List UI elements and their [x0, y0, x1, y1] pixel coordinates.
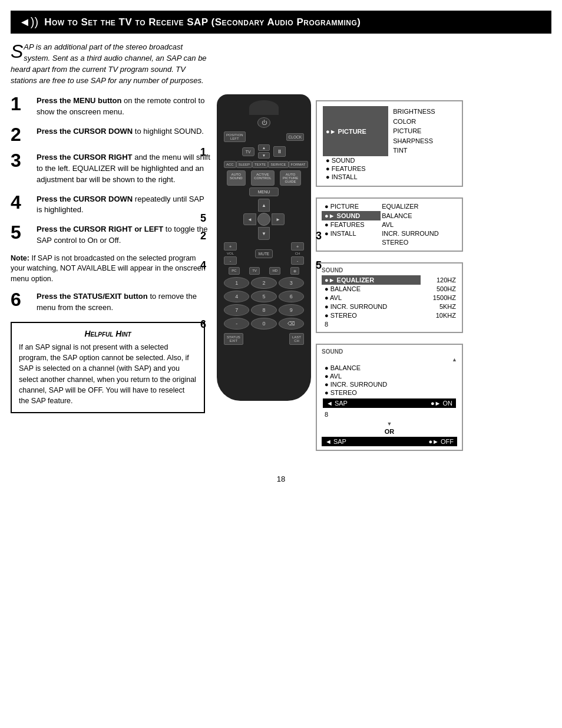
step-2-text: Press the CURSOR DOWN to highlight SOUND… [37, 125, 204, 137]
mute-button[interactable]: MUTE [255, 249, 273, 258]
step-5-number: 5 [11, 223, 32, 242]
num-back[interactable]: ⌫ [279, 318, 304, 330]
pc-button[interactable]: PC [229, 267, 239, 275]
tv2-button[interactable]: TV [249, 267, 260, 275]
num-6[interactable]: 6 [279, 291, 304, 302]
ch-down[interactable]: - [291, 256, 304, 265]
hint-text: If an SAP signal is not present with a s… [19, 342, 197, 406]
acc-button[interactable]: ACC [224, 161, 236, 168]
dpad-left[interactable]: ◄ [243, 213, 256, 225]
right-column: 1 2 3 4 5 5 6 ⏻ POSI [217, 94, 551, 457]
aux-button[interactable]: ⊕ [290, 267, 299, 275]
status-exit-button[interactable]: STATUSEXIT [224, 333, 243, 345]
service-button[interactable]: SERVICE [268, 161, 288, 168]
menu-panel-1: ●► PICTURE BRIGHTNESSCOLORPICTURESHARPNE… [316, 100, 463, 187]
remote-label-3: 3 [316, 230, 322, 242]
remote-label-5b: 5 [316, 259, 322, 272]
ch-block-row: TV ▲ ▼ ⏸ [224, 144, 304, 159]
sap-off-row: ◄ SAP ●► OFF [322, 437, 457, 446]
remote-label-5a: 5 [200, 212, 206, 225]
format-button[interactable]: FORMAT [289, 161, 308, 168]
menu-panel-2: ● PICTURE EQUALIZER ●► SOUND BALANCE ● F… [316, 197, 463, 252]
last-button[interactable]: LASTCH [289, 333, 304, 345]
num-3[interactable]: 3 [279, 277, 304, 289]
num-2[interactable]: 2 [251, 277, 276, 289]
note-block: Note: If SAP is not broadcasted on the s… [11, 253, 211, 285]
step-4-text: Press the CURSOR DOWN repeatedly until S… [37, 193, 211, 216]
intro-paragraph: SAP is an additional part of the stereo … [11, 42, 211, 86]
page-number: 18 [0, 475, 562, 483]
position-button[interactable]: POSITIONLEFT [224, 131, 246, 142]
numpad: 1 2 3 4 5 6 7 8 9 - 0 ⌫ [224, 277, 304, 330]
vol-col: + VOL - [224, 242, 237, 265]
clock-button[interactable]: CLOCK [286, 133, 304, 141]
sound-menu-title: SOUND [322, 267, 457, 274]
dpad-center[interactable] [257, 213, 270, 226]
left-column: 1 Press the MENU button on the remote co… [11, 94, 211, 457]
vol-down[interactable]: - [224, 256, 237, 265]
vol-up[interactable]: + [224, 242, 237, 251]
or-label: OR [322, 428, 457, 435]
step-2: 2 Press the CURSOR DOWN to highlight SOU… [11, 125, 211, 144]
step-3-number: 3 [11, 151, 32, 170]
drop-cap: S [11, 42, 23, 61]
remote-label-4: 4 [200, 259, 206, 272]
ch-up[interactable]: + [291, 242, 304, 251]
step-4-number: 4 [11, 193, 32, 212]
step-5-text: Press the CURSOR RIGHT or LEFT to toggle… [37, 223, 211, 246]
two-column-layout: 1 Press the MENU button on the remote co… [11, 94, 551, 457]
hint-title: Helpful Hint [19, 329, 197, 338]
auto-active-row: AUTOSOUND ACTIVECONTROL AUTOPICTUREGUIDE [224, 170, 304, 186]
num-5[interactable]: 5 [251, 291, 276, 302]
tv-button[interactable]: TV [242, 147, 254, 156]
sap-on-value: ●► ON [431, 400, 452, 407]
sap-off-label: ◄ SAP [325, 438, 346, 445]
remote-top-curve [249, 100, 279, 115]
step-6-number: 6 [11, 290, 32, 309]
page-title: How to Set the TV to Receive SAP (Second… [44, 17, 361, 28]
step-3-text: Press the CURSOR RIGHT and the menu will… [37, 151, 211, 186]
num-9[interactable]: 9 [279, 304, 304, 316]
menu-button[interactable]: MENU [249, 187, 279, 196]
vol-mute-ch-row: + VOL - MUTE + CH - [224, 242, 304, 265]
num-7[interactable]: 7 [224, 304, 249, 316]
dpad-up[interactable]: ▲ [258, 199, 270, 212]
status-exit-row: STATUSEXIT LASTCH [224, 333, 304, 345]
num-dash[interactable]: - [224, 318, 249, 330]
texte-button[interactable]: TEXTE [252, 161, 268, 168]
dpad-right[interactable]: ► [272, 213, 285, 225]
remote-body: ⏻ POSITIONLEFT CLOCK TV ▲ ▼ [217, 94, 311, 401]
main-content: SAP is an additional part of the stereo … [11, 42, 551, 457]
num-1[interactable]: 1 [224, 277, 249, 289]
step-6-text: Press the STATUS/EXIT button to remove t… [37, 290, 211, 314]
num-0[interactable]: 0 [251, 318, 276, 330]
num-8[interactable]: 8 [251, 304, 276, 316]
remote-label-6: 6 [200, 318, 206, 331]
sleep-button[interactable]: SLEEP [236, 161, 252, 168]
remote-label-2: 2 [200, 230, 206, 242]
pause-button[interactable]: ⏸ [273, 146, 286, 157]
step-6: 6 Press the STATUS/EXIT button to remove… [11, 290, 211, 314]
dpad-down[interactable]: ▼ [258, 227, 270, 240]
ch-down-btn[interactable]: ▼ [258, 152, 270, 159]
active-control-button[interactable]: ACTIVECONTROL [251, 170, 274, 186]
step-1-number: 1 [11, 94, 32, 113]
sap-off-value: ●► OFF [428, 438, 454, 445]
power-button[interactable]: ⏻ [257, 117, 270, 128]
remote-label-1: 1 [200, 146, 206, 159]
hd-button[interactable]: HD [269, 267, 280, 275]
audio-icon: ◄)) [19, 15, 38, 29]
acc-format-row: ACC SLEEP TEXTE SERVICE FORMAT [224, 161, 304, 168]
auto-sound-button[interactable]: AUTOSOUND [227, 170, 246, 186]
num-4[interactable]: 4 [224, 291, 249, 302]
step-1: 1 Press the MENU button on the remote co… [11, 94, 211, 118]
ch-up-btn[interactable]: ▲ [258, 144, 270, 151]
dpad: ▲ ▼ ◄ ► [243, 199, 285, 240]
remote-control-area: 1 2 3 4 5 5 6 ⏻ POSI [217, 94, 311, 457]
step-4: 4 Press the CURSOR DOWN repeatedly until… [11, 193, 211, 216]
step-3: 3 Press the CURSOR RIGHT and the menu wi… [11, 151, 211, 186]
auto-picture-button[interactable]: AUTOPICTUREGUIDE [280, 170, 301, 186]
menu-panel-4: SOUND ▲ ● BALANCE ● AVL ● INCR. SURROUND… [316, 344, 463, 451]
note-text: If SAP is not broadcasted on the selecte… [11, 254, 206, 283]
menu-panels-area: ●► PICTURE BRIGHTNESSCOLORPICTURESHARPNE… [316, 100, 463, 457]
